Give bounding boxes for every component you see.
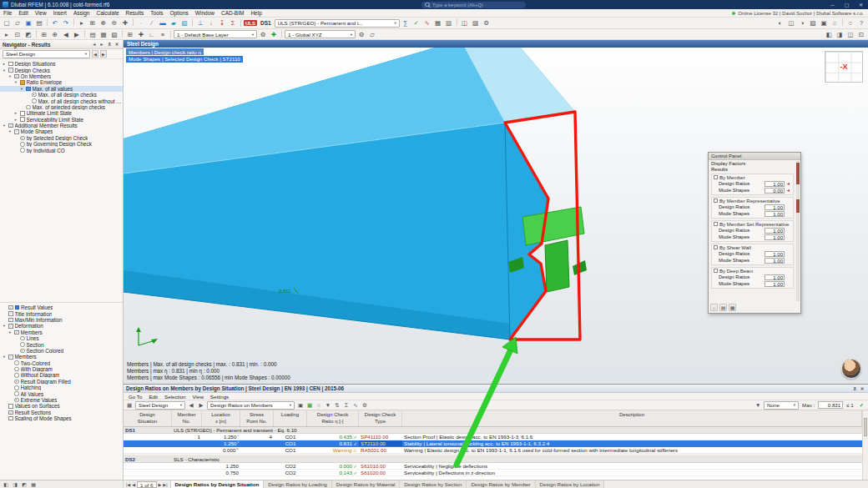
zoom-out-icon[interactable]: ⊖ [109,18,119,28]
nav-item-design-checks[interactable]: ▾✓Design Checks [0,67,123,73]
menu-window[interactable]: Window [192,9,218,17]
checkbox-checked-icon[interactable]: ✓ [14,129,19,134]
nav-item-design-situations[interactable]: ▸Design Situations [0,61,123,67]
collapse-icon[interactable]: ▾ [8,74,13,78]
cp-value-field[interactable]: 1.00 [765,204,785,210]
menu-results[interactable]: Results [123,9,148,17]
new-solid-icon[interactable]: ▧ [179,18,189,28]
nav-item-by-individual-co[interactable]: by Individual CO [0,147,123,153]
zoom-in-icon[interactable]: ⊕ [98,18,108,28]
checkbox-unchecked-icon[interactable] [20,111,25,116]
scrollbar-thumb[interactable] [796,163,800,184]
nav-item-mode-shapes[interactable]: ▾✓Mode Shapes [0,128,123,134]
radio-selected-icon[interactable] [32,93,37,98]
result-diagram-icon[interactable]: ∿ [351,401,360,410]
column-header-design-check-type[interactable]: Design CheckType [359,410,402,426]
nav-item-deformation[interactable]: ▾✓Deformation [0,323,123,329]
radio-unselected-icon[interactable] [20,142,25,147]
help-icon[interactable]: ? [856,18,866,28]
radio-unselected-icon[interactable] [14,391,19,396]
dock-layout-3-icon[interactable]: ◩ [20,481,28,488]
column-header-description[interactable]: Description [402,410,862,426]
checkbox-checked-icon[interactable]: ✓ [14,74,19,79]
collapse-icon[interactable]: ▾ [2,324,7,328]
radio-unselected-icon[interactable] [20,148,25,153]
panel-list-icon[interactable]: ▤ [719,304,727,311]
menu-view[interactable]: View [32,9,50,17]
menu-tools[interactable]: Tools [147,9,166,17]
menu-help[interactable]: Help [247,9,265,17]
table-group-row[interactable]: DS2SLS - Characteristic [124,456,862,463]
checkbox-checked-icon[interactable]: ✓ [8,355,13,360]
table-group-row[interactable]: DS1ULS (STR/GEO) - Permanent and transie… [124,427,862,434]
views-icon[interactable]: ⌂ [830,18,840,28]
table-filter-select[interactable]: None ▾ [764,401,799,410]
max-value-field[interactable]: 0.831 [818,401,843,409]
table-menu-edit[interactable]: Edit [145,394,161,400]
radio-unselected-icon[interactable] [14,367,19,372]
guidelines-icon[interactable]: ≡ [158,30,168,39]
open-model-icon[interactable]: ▱ [13,18,23,28]
axes-settings-icon[interactable]: ⚙ [356,30,366,39]
nav-item-max-of-selected-design-checks[interactable]: Max. of selected design checks [0,104,123,110]
materials-icon[interactable]: ▨ [471,18,481,28]
nav-item-scaling-of-mode-shapes[interactable]: Scaling of Mode Shapes [0,415,123,421]
radio-unselected-icon[interactable] [14,373,19,378]
checkbox-unchecked-icon[interactable] [20,117,25,122]
tab-design-ratios-by-member[interactable]: Design Ratios by Member [467,480,535,488]
checkbox-checked-icon[interactable]: ✓ [8,311,13,316]
column-header-location-x-m[interactable]: Locationx [m] [202,410,240,426]
edit-mode-icon[interactable]: ▸ [2,30,12,39]
result-tables-icon[interactable]: ▦ [433,18,443,28]
coordinate-system-select[interactable]: 1 - Global XYZ ▾ [285,30,356,38]
column-header-loading[interactable]: Loading [274,410,307,426]
table-data-row[interactable]: 11.250¹4CO10.435✓SP41110.00Section Proof… [124,434,862,440]
nav-item-by-governing-design-check[interactable]: by Governing Design Check [0,141,123,147]
menu-assign[interactable]: Assign [70,9,93,17]
radio-unselected-icon[interactable] [14,385,19,390]
nav-item-by-selected-design-check[interactable]: by Selected Design Check [0,135,123,141]
new-layer-icon[interactable]: ✚ [269,30,279,39]
nav-item-section-colored[interactable]: Section Colored [0,348,123,354]
move-view-icon[interactable]: ✚ [120,18,130,28]
nav-item-result-values[interactable]: ✓Result Values [0,304,123,310]
new-model-icon[interactable]: ▢ [2,18,12,28]
radio-unselected-icon[interactable] [26,105,31,110]
checkbox-unchecked-icon[interactable] [714,269,718,273]
tab-design-ratios-by-design-situation[interactable]: Design Ratios by Design Situation [171,480,265,488]
radio-unselected-icon[interactable] [14,360,19,365]
dock-layout-4-icon[interactable]: ▦ [29,481,38,488]
visibility-icon[interactable]: ◐ [775,18,785,28]
scrollbar-thumb[interactable] [864,418,867,436]
previous-zoom-icon[interactable]: ◀ [61,30,71,39]
table-data-row[interactable]: 0.000×CO1Warning⚠RA5001.00Warning | Elas… [124,447,862,454]
invert-selection-icon[interactable]: ◩ [23,30,33,39]
table-menu-view[interactable]: View [189,394,207,400]
print-graphic-icon[interactable]: ▤ [34,18,44,28]
calculate-all-icon[interactable]: ∑ [401,18,411,28]
cp-value-field[interactable]: 1.00 [765,281,785,287]
sections-icon[interactable]: ◫ [460,18,470,28]
find-object-icon[interactable]: ○ [845,18,855,28]
menu-insert[interactable]: Insert [50,9,70,17]
nav-item-hatching[interactable]: Hatching [0,385,123,390]
collapse-icon[interactable]: ▾ [2,68,7,73]
table-next-button[interactable]: ▶ [197,401,205,410]
dock-layout-1-icon[interactable]: ◧ [2,481,10,488]
solid-display-icon[interactable]: ▦ [98,30,108,39]
checkbox-unchecked-icon[interactable] [8,416,13,421]
nav-item-result-sections[interactable]: ✓Result Sections [0,410,123,415]
control-panel-scrollbar[interactable] [796,161,800,301]
nav-item-serviceability-limit-state[interactable]: ▸Serviceability Limit State [0,117,123,123]
collapse-icon[interactable]: ▾ [8,129,13,133]
filter-icon[interactable]: ▼ [754,401,762,410]
cp-value-field[interactable]: 1.00 [765,274,785,280]
load-case-icon[interactable]: Σ [228,18,238,28]
checkbox-unchecked-icon[interactable] [8,404,13,409]
table-data-row[interactable]: 1.250CO20.000✓S61010.00Serviceability | … [124,463,862,470]
nav-item-result-diagram-filled[interactable]: Result Diagram Filled [0,379,123,385]
load-situation-select[interactable]: ULS (STR/GEO) - Permanent and t... ▾ [275,19,400,28]
transparent-display-icon[interactable]: ▧ [109,30,119,39]
first-page-button[interactable]: |◀ [126,482,130,487]
radio-selected-icon[interactable] [20,349,25,354]
